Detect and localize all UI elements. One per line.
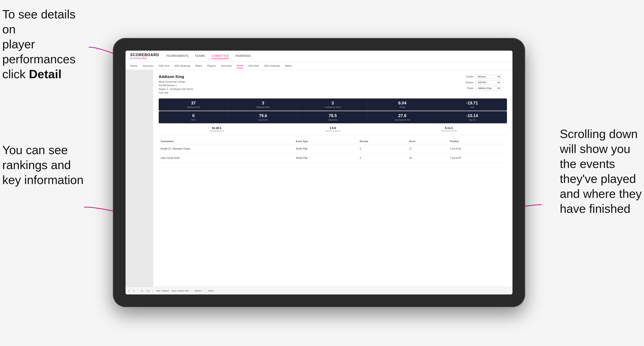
regional-rank-label: Regional Rank — [230, 106, 296, 108]
subnav-summary2[interactable]: Summary — [221, 63, 232, 68]
subnav-matrix2[interactable]: Matrix — [285, 63, 292, 68]
avg-score-par-value: 27.8 — [370, 113, 435, 118]
gender-label: Gender — [461, 75, 474, 78]
overall-label: Overall Record — [159, 130, 275, 132]
sos-value: -19.71 — [439, 101, 505, 106]
overall-value: 91-20-1 — [159, 127, 275, 130]
nav-committee[interactable]: COMMITTEE — [212, 53, 229, 59]
stat-regional-rank: 3 Regional Rank — [228, 98, 298, 111]
stats-row1: 37 National Rank 3 Regional Rank 3 Confe… — [159, 98, 507, 111]
adj-score-label: Adj Score — [300, 119, 366, 121]
annotation-r4: they've played — [560, 172, 636, 185]
player-year: First Year — [159, 92, 168, 94]
sep2 — [153, 289, 153, 292]
stat-avg-score-par: 27.8 Avg Score to Par — [368, 111, 437, 123]
content-area: Addison King Mesa Community College NJCA… — [126, 70, 512, 287]
zoom-in-btn[interactable]: 🔍+ — [146, 290, 150, 292]
row1-tournament: Estella CC- Mountain Classic — [159, 144, 294, 154]
annotation-r3: the events — [560, 157, 615, 171]
top50-label: Record vs top 50 — [391, 130, 507, 132]
subnav-h2h-grid2[interactable]: H2H Grid — [248, 63, 259, 68]
subnav-players[interactable]: Players — [207, 63, 216, 68]
player-header: Addison King Mesa Community College NJCA… — [159, 75, 507, 95]
annotation-bold: Detail — [29, 67, 62, 81]
stats-row2: 0 Wins 79.6 Avg Score 78.5 Adj Score 27.… — [159, 111, 507, 123]
avg-score-label: Avg Score — [230, 119, 296, 121]
national-rank-label: National Rank — [160, 106, 226, 108]
player-college: Mesa Community College — [159, 81, 185, 83]
conference-rank-label: Conference Rank — [300, 106, 366, 108]
sos-label: SoS — [439, 106, 505, 108]
gender-select[interactable]: Women — [476, 75, 501, 79]
logo-area: SCOREBOARD Powered by clippd — [130, 53, 159, 59]
annotation-r1: Scrolling down — [560, 127, 638, 141]
player-division: NJCAA Division 1 — [159, 84, 177, 87]
share-btn[interactable]: Share — [208, 290, 214, 292]
stat-adj-score: 78.5 Adj Score — [298, 111, 368, 123]
events-table: Tournament Event Type Rounds Score Posit… — [159, 139, 507, 163]
logo-powered: Powered by clippd — [130, 57, 159, 59]
row1-score: 17 — [408, 144, 448, 154]
redo-btn[interactable]: ↪ — [133, 290, 135, 292]
record-overall: 91-20-1 Overall Record — [159, 127, 275, 132]
player-select[interactable]: Addison King — [476, 86, 501, 90]
avg-score-value: 79.6 — [230, 113, 296, 118]
table-row: Lady Coyote Invite Stroke Play 2 16 7 ou… — [159, 154, 507, 163]
subnav-h2h-heatmap2[interactable]: H2H Heatmap — [264, 63, 280, 68]
player-label: Player — [461, 87, 474, 89]
conference-rank-value: 3 — [300, 101, 366, 106]
row2-score: 16 — [408, 154, 448, 163]
records-row: 91-20-1 Overall Record 1-5-0 Record vs t… — [159, 127, 507, 135]
stat-sos: -19.71 SoS — [438, 98, 507, 111]
avg-sg-value: -10.14 — [439, 113, 505, 118]
col-tournament: Tournament — [159, 139, 294, 144]
nav-rankings[interactable]: RANKINGS — [236, 53, 251, 59]
row2-event-type: Stroke Play — [294, 154, 358, 163]
save-custom-view-btn[interactable]: Save Custom View — [172, 290, 189, 292]
sep1 — [138, 289, 138, 292]
subnav-teams[interactable]: Teams — [130, 63, 138, 68]
top25-value: 1-5-0 — [275, 127, 391, 130]
col-score: Score — [408, 139, 448, 144]
row2-position: 7 out of 20 — [448, 154, 507, 163]
subnav-summary[interactable]: Summary — [142, 63, 154, 68]
avg-sg-label: Avg SG — [439, 119, 505, 121]
division-select[interactable]: NJCAA I — [476, 80, 501, 85]
avg-score-par-label: Avg Score to Par — [370, 119, 435, 121]
annotation-topleft: To see details on player performances cl… — [2, 7, 90, 82]
stat-wins: 0 Wins — [159, 111, 228, 123]
nav-tournaments[interactable]: TOURNAMENTS — [166, 53, 189, 59]
wins-label: Wins — [160, 119, 226, 121]
player-controls: Gender Women Division NJCAA I — [461, 75, 507, 90]
annotation-r2: will show you — [560, 142, 630, 156]
stat-avg-sg: -10.14 Avg SG — [438, 111, 507, 123]
zoom-out-btn[interactable]: 🔍- — [140, 290, 144, 292]
subnav-h2h-heatmap[interactable]: H2H Heatmap — [174, 63, 190, 68]
annotation-line3: click — [2, 67, 29, 81]
annotation-right: Scrolling down will show you the events … — [560, 127, 642, 216]
tablet-screen: SCOREBOARD Powered by clippd TOURNAMENTS… — [126, 51, 512, 295]
row2-tournament: Lady Coyote Invite — [159, 154, 294, 163]
sep4 — [205, 289, 205, 292]
view-original-btn[interactable]: View: Original — [156, 290, 168, 292]
player-name: Addison King — [159, 75, 193, 79]
annotation-line1: To see details on — [2, 7, 76, 36]
stat-avg-score: 79.6 Avg Score — [228, 111, 298, 123]
top-nav: SCOREBOARD Powered by clippd TOURNAMENTS… — [126, 51, 512, 62]
subnav-h2h-grid[interactable]: H2H Grid — [158, 63, 169, 68]
sep3 — [192, 289, 192, 292]
record-top50: 5-11-1 Record vs top 50 — [391, 127, 507, 132]
division-label: Division — [461, 81, 474, 84]
row1-rounds: 2 — [358, 144, 408, 154]
watch-btn[interactable]: Watch ▾ — [195, 290, 202, 292]
row2-rounds: 2 — [358, 154, 408, 163]
top25-label: Record vs top 25 — [275, 130, 391, 132]
undo-btn[interactable]: ↩ — [128, 290, 130, 292]
subnav-detail[interactable]: Detail — [237, 63, 243, 68]
main-content: Addison King Mesa Community College NJCA… — [153, 70, 512, 287]
nav-teams[interactable]: TEAMS — [195, 53, 205, 59]
stat-points: 6.04 Points — [368, 98, 437, 111]
bottom-toolbar: ↩ ↪ 🔍- 🔍+ View: Original Save Custom Vie… — [126, 287, 512, 295]
subnav-matrix[interactable]: Matrix — [195, 63, 202, 68]
division-control: Division NJCAA I — [461, 80, 507, 85]
